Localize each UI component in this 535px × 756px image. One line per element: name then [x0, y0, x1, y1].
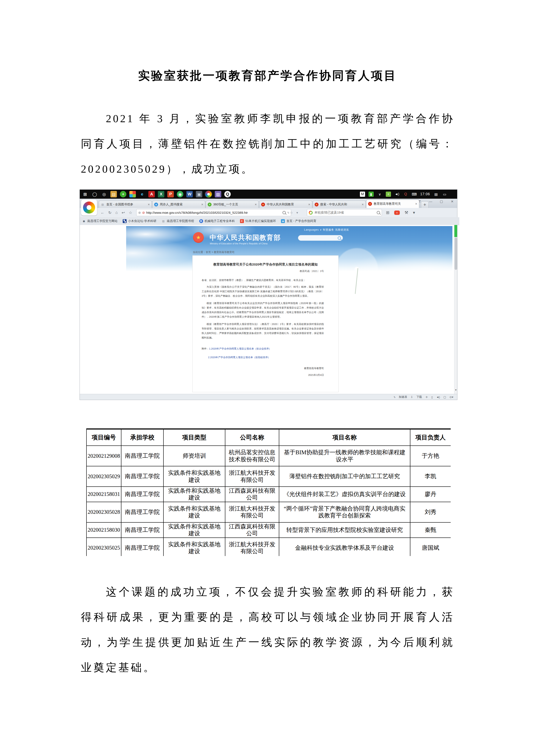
minimize-icon[interactable]: —: [428, 200, 434, 203]
search-magnifier-icon[interactable]: [377, 211, 380, 214]
sound-icon[interactable]: ◄): [436, 395, 440, 399]
tab-label: 首页 - 全国图书馆参: [106, 202, 146, 206]
remote-desktop-icon[interactable]: ▣: [196, 191, 202, 198]
url-zoom-icon[interactable]: [282, 211, 286, 214]
file-explorer-icon[interactable]: ▤: [110, 191, 117, 198]
360-browser-logo[interactable]: [81, 200, 97, 216]
bookmark-4[interactable]: B机械电子工程专业本科: [199, 219, 235, 223]
bookmark-5[interactable]: C51单片机汇编实现循环: [240, 219, 276, 223]
tray-expand-icon[interactable]: ∨: [377, 192, 382, 197]
search-engine-icon: [309, 211, 313, 215]
page-scrollbar[interactable]: ▼: [454, 225, 457, 394]
table-header-cell: 项目名称: [279, 429, 410, 446]
url-field[interactable]: ⊕⊘ http://www.moe.gov.cn/s78/A08/tongzhi…: [136, 209, 291, 216]
table-cell: 南昌理工学院: [121, 466, 163, 487]
tab-favicon-icon: ▤: [101, 202, 104, 206]
bookmark-2[interactable]: ▚小木虫论坛-学术科研: [123, 219, 156, 223]
usb-icon[interactable]: ▮: [369, 192, 374, 197]
apps-grid-icon[interactable]: ⊞: [386, 210, 389, 215]
url-text[interactable]: http://www.moe.gov.cn/s78/A08/tongzhi/20…: [146, 211, 281, 214]
tab-6[interactable]: ★教育部高等教育司关✕: [366, 200, 419, 208]
clock[interactable]: 17:06: [420, 192, 430, 196]
ime-icon[interactable]: M: [360, 192, 365, 197]
qq-icon[interactable]: Q: [224, 191, 231, 198]
scrollbar-thumb[interactable]: [455, 237, 457, 270]
download-label[interactable]: 下载: [416, 395, 422, 399]
favorite-star-icon[interactable]: ☆: [129, 210, 132, 215]
skin-icon[interactable]: T: [417, 200, 423, 203]
qq-tray-icon[interactable]: Q: [403, 192, 408, 197]
table-header-cell: 项目负责人: [410, 429, 451, 446]
cortana-icon[interactable]: ◯: [92, 191, 98, 198]
maximize-icon[interactable]: ▢: [438, 200, 444, 203]
tab-label: 教育部高等教育司关: [374, 202, 413, 206]
excel-icon[interactable]: X: [158, 191, 164, 198]
page-zoom-icon[interactable]: ⊙▾: [450, 395, 453, 399]
nav-icons: ←↻⌂↩☆: [100, 208, 132, 217]
accelerator-icon[interactable]: ϟ: [394, 395, 395, 399]
search-hotword[interactable]: 本轮疫情已波及19省: [314, 210, 375, 215]
pdf-reader-icon[interactable]: A: [148, 191, 155, 198]
word-icon[interactable]: W: [186, 191, 193, 198]
site-search-magnifier-icon[interactable]: [338, 236, 341, 240]
back-icon[interactable]: ←: [100, 210, 104, 215]
table-cell: 南昌理工学院: [121, 538, 163, 556]
scrollbar-down-icon[interactable]: ▼: [454, 389, 457, 391]
wechat-icon[interactable]: ◉: [177, 191, 183, 198]
tab-close-icon[interactable]: ✕: [148, 203, 150, 206]
tab-3[interactable]: +360导航_一个主页✕: [206, 201, 259, 208]
keyboard-icon[interactable]: ⌨: [412, 192, 417, 197]
360-tray-icon[interactable]: +: [386, 192, 391, 197]
trash-icon[interactable]: ▯: [431, 395, 433, 399]
notes-icon[interactable]: ▤: [434, 192, 438, 197]
image-viewer-icon[interactable]: ▨: [215, 191, 221, 198]
tab-2[interactable]: e周亦人_图书搜索✕: [152, 201, 205, 208]
bookmark-favicon-icon: ▚: [123, 219, 127, 223]
volume-icon[interactable]: ◄): [394, 192, 400, 197]
table-cell: 薄壁铝件在数控铣削加工中的加工工艺研究: [279, 466, 410, 487]
breadcrumb[interactable]: 当前位置：首页 > 教育部高等教育司: [193, 251, 235, 254]
tab-1[interactable]: ▤首页 - 全国图书馆参✕: [99, 201, 152, 208]
windows-logo-icon[interactable]: ⊞: [82, 191, 88, 198]
home-icon[interactable]: ⌂: [115, 210, 118, 215]
tab-close-icon[interactable]: ✕: [255, 203, 257, 206]
site-top-links[interactable]: Languages ∨ 智慧服务 无障碍浏览: [304, 228, 349, 232]
insecure-lock-icon[interactable]: ⊘: [142, 211, 145, 215]
browser-search-field[interactable]: 本轮疫情已波及19省: [307, 209, 382, 216]
notification-icon[interactable]: ▭: [442, 192, 447, 197]
download-icon[interactable]: ⇩: [410, 395, 413, 399]
accelerator-label[interactable]: 加速器: [399, 395, 407, 399]
tools-wrench-icon[interactable]: ⚒: [405, 210, 408, 215]
tab-5[interactable]: ★搜索 - 中华人民共和✕: [313, 201, 366, 208]
attachment-link[interactable]: 1.2020年产学合作协同育人项目立项名单（按企业排序）: [209, 347, 271, 350]
refresh-icon[interactable]: ↻: [108, 210, 111, 215]
attachment-link[interactable]: 2.2020年产学合作协同育人项目立项名单（按高校排序）: [208, 356, 270, 359]
360-safe-icon[interactable]: +: [120, 191, 127, 198]
multi-window-icon[interactable]: ▢: [443, 395, 446, 399]
undo-icon[interactable]: ↩: [122, 210, 125, 215]
task-search-icon[interactable]: ◎: [101, 191, 107, 198]
url-dropdown-icon[interactable]: ▾: [296, 211, 298, 215]
bookmark-6[interactable]: ◈首页 - 产学合作协同育: [281, 219, 316, 223]
add-box-icon[interactable]: ✛: [425, 395, 428, 399]
notice-doc-number: 教高司函〔2021〕3号: [193, 270, 324, 273]
tab-close-icon[interactable]: ✕: [362, 203, 364, 206]
pinwheel-app-icon[interactable]: [129, 191, 136, 198]
bookmark-1[interactable]: ◉南昌理工学院官方网站: [82, 219, 118, 223]
tab-close-icon[interactable]: ✕: [308, 203, 310, 206]
lightning-icon[interactable]: ϟ: [288, 211, 289, 214]
tab-4[interactable]: ★中华人民共和国教育✕: [259, 201, 312, 208]
table-header-row: 项目编号承担学校项目类型公司名称项目名称项目负责人: [86, 429, 451, 446]
games-icon[interactable]: +: [394, 210, 400, 215]
powerpoint-icon[interactable]: P: [167, 191, 174, 198]
bookmark-3[interactable]: ▤南昌理工学院图书馆: [161, 219, 194, 223]
360-browser-icon[interactable]: [205, 191, 212, 198]
tools-dropdown-icon[interactable]: ▾: [413, 210, 415, 215]
collect-star-icon[interactable]: ☆: [290, 211, 293, 215]
close-window-icon[interactable]: ✕: [449, 200, 455, 203]
tab-close-icon[interactable]: ✕: [201, 203, 203, 206]
internet-explorer-icon[interactable]: e: [139, 191, 145, 198]
site-search-box[interactable]: [298, 235, 343, 241]
shield-icon[interactable]: ⊕: [138, 211, 141, 215]
table-cell: 刘秀: [410, 502, 451, 523]
